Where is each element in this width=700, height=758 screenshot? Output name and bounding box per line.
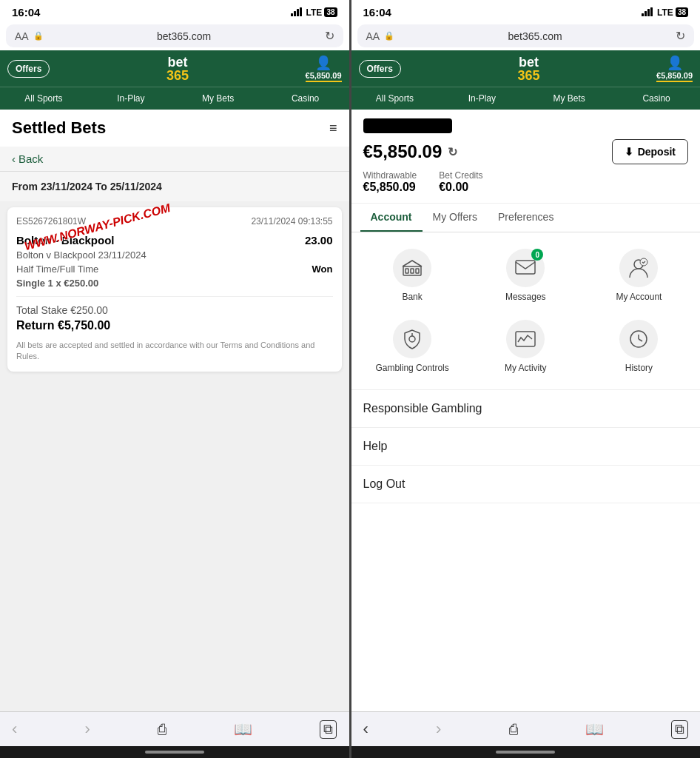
browser-bar-right: ‹ › ⎙ 📖 ⧉ xyxy=(351,711,701,746)
nav-casino-left[interactable]: Casino xyxy=(262,87,349,110)
signal-icons-right: LTE 38 xyxy=(642,7,688,18)
svg-rect-1 xyxy=(294,11,296,16)
nav-all-sports-left[interactable]: All Sports xyxy=(0,87,87,110)
my-activity-label: My Activity xyxy=(505,363,547,373)
tabs-icon-right[interactable]: ⧉ xyxy=(671,720,688,739)
bet-card-header: ES5267261801W 23/11/2024 09:13:55 xyxy=(16,216,333,227)
aa-right: AA xyxy=(366,30,380,42)
domain-right: bet365.com xyxy=(399,30,671,42)
messages-badge: 0 xyxy=(531,249,543,261)
bet-stake: Single 1 x €250.00 xyxy=(16,278,333,289)
browser-forward-right[interactable]: › xyxy=(436,720,441,739)
refresh-left[interactable]: ↻ xyxy=(325,29,334,43)
time-left: 16:04 xyxy=(12,6,40,19)
nav-inplay-right[interactable]: In-Play xyxy=(438,87,525,110)
tab-my-offers[interactable]: My Offers xyxy=(423,204,488,232)
messages-item[interactable]: 0 Messages xyxy=(471,241,581,309)
deposit-button[interactable]: ⬇ Deposit xyxy=(612,139,688,164)
svg-line-20 xyxy=(639,339,642,341)
refresh-balance-icon[interactable]: ↻ xyxy=(448,145,457,159)
balance-value: €5,850.09 xyxy=(363,141,442,162)
offers-btn-left[interactable]: Offers xyxy=(7,60,50,78)
right-content: €5,850.09 ↻ ⬇ Deposit Withdrawable €5,85… xyxy=(351,110,701,711)
help-item[interactable]: Help xyxy=(351,428,701,466)
log-out-item[interactable]: Log Out xyxy=(351,466,701,503)
bet-card: ES5267261801W 23/11/2024 09:13:55 Bolton… xyxy=(7,207,342,372)
history-item[interactable]: History xyxy=(584,312,694,380)
deposit-icon: ⬇ xyxy=(625,146,633,158)
bet-datetime: 23/11/2024 09:13:55 xyxy=(251,216,332,227)
svg-rect-0 xyxy=(291,13,293,16)
bookmarks-icon-right[interactable]: 📖 xyxy=(585,720,604,738)
bet-credits-item: Bet Credits €0.00 xyxy=(439,170,482,194)
browser-forward-left[interactable]: › xyxy=(85,720,90,739)
responsible-gambling-item[interactable]: Responsible Gambling xyxy=(351,390,701,428)
bank-item[interactable]: Bank xyxy=(357,241,468,309)
bet-odds: 23.00 xyxy=(305,234,333,246)
my-account-label: My Account xyxy=(616,292,662,302)
address-bar-left[interactable]: AA 🔒 bet365.com ↻ xyxy=(6,24,343,47)
bet-credits-amount: €0.00 xyxy=(439,181,468,193)
bank-icon-circle xyxy=(393,249,431,287)
share-icon-right[interactable]: ⎙ xyxy=(509,721,518,738)
nav-all-sports-right[interactable]: All Sports xyxy=(351,87,439,110)
browser-back-right[interactable]: ‹ xyxy=(363,720,368,739)
account-balance-right: €5,850.09 xyxy=(656,71,693,82)
account-icon-left[interactable]: 👤 €5,850.09 xyxy=(306,55,342,82)
username-bar xyxy=(363,118,452,133)
nav-mybets-left[interactable]: My Bets xyxy=(175,87,262,110)
account-balance-section: €5,850.09 ↻ ⬇ Deposit Withdrawable €5,85… xyxy=(351,110,701,204)
offers-btn-right[interactable]: Offers xyxy=(359,60,401,78)
nav-header-left: Offers bet 365 👤 €5,850.09 xyxy=(0,50,349,87)
browser-bar-left: ‹ › ⎙ 📖 ⧉ xyxy=(0,711,349,746)
back-label: Back xyxy=(18,152,43,165)
signal-icon-left xyxy=(291,7,304,18)
tabs-icon-left[interactable]: ⧉ xyxy=(320,720,337,739)
status-bar-left: 16:04 LTE 38 xyxy=(0,0,349,21)
main-balance: €5,850.09 ↻ xyxy=(363,141,458,162)
svg-rect-3 xyxy=(300,7,302,16)
address-bar-right[interactable]: AA 🔒 bet365.com ↻ xyxy=(357,24,695,47)
date-range: From 23/11/2024 To 25/11/2024 xyxy=(0,172,349,201)
nav-mybets-right[interactable]: My Bets xyxy=(525,87,613,110)
nav-inplay-left[interactable]: In-Play xyxy=(87,87,175,110)
lock-icon-left: 🔒 xyxy=(33,31,44,41)
tab-preferences[interactable]: Preferences xyxy=(488,204,564,232)
gambling-controls-label: Gambling Controls xyxy=(375,363,448,373)
svg-point-14 xyxy=(640,258,647,266)
bet-disclaimer: All bets are accepted and settled in acc… xyxy=(16,340,333,363)
left-phone: 16:04 LTE 38 AA 🔒 bet365.com ↻ xyxy=(0,0,349,758)
my-account-item[interactable]: My Account xyxy=(584,241,694,309)
settled-bets-header: Settled Bets ≡ xyxy=(0,110,349,147)
status-bar-right: 16:04 LTE 38 xyxy=(351,0,701,21)
domain-left: bet365.com xyxy=(48,30,320,42)
bet-match: Bolton - Blackpool 23.00 xyxy=(16,234,333,246)
balance-row: €5,850.09 ↻ ⬇ Deposit xyxy=(363,139,689,164)
refresh-right[interactable]: ↻ xyxy=(676,29,685,43)
svg-rect-7 xyxy=(650,7,653,16)
svg-rect-5 xyxy=(645,11,647,16)
svg-point-15 xyxy=(409,336,415,342)
logo-365-left: 365 xyxy=(166,68,189,83)
gambling-controls-icon-circle xyxy=(393,320,431,358)
person-icon-right: 👤 xyxy=(667,55,683,71)
browser-back-left[interactable]: ‹ xyxy=(12,720,17,739)
battery-left: 38 xyxy=(324,7,337,17)
page-title: Settled Bets xyxy=(12,118,106,138)
svg-rect-11 xyxy=(416,269,419,273)
time-right: 16:04 xyxy=(363,6,391,19)
account-icon-right[interactable]: 👤 €5,850.09 xyxy=(656,55,693,82)
aa-left: AA xyxy=(15,30,29,42)
hamburger-icon[interactable]: ≡ xyxy=(329,121,337,136)
nav-casino-right[interactable]: Casino xyxy=(613,87,700,110)
back-link[interactable]: ‹ Back xyxy=(0,147,349,172)
logo-left: bet 365 xyxy=(55,56,299,82)
my-activity-item[interactable]: My Activity xyxy=(471,312,581,380)
bet-match-detail: Bolton v Blackpool 23/11/2024 xyxy=(16,249,333,261)
gambling-controls-item[interactable]: Gambling Controls xyxy=(357,312,468,380)
bet-ref: ES5267261801W xyxy=(16,216,86,227)
bookmarks-icon-left[interactable]: 📖 xyxy=(234,720,252,738)
share-icon-left[interactable]: ⎙ xyxy=(158,721,166,738)
tab-account[interactable]: Account xyxy=(360,204,423,232)
svg-rect-10 xyxy=(411,269,414,273)
